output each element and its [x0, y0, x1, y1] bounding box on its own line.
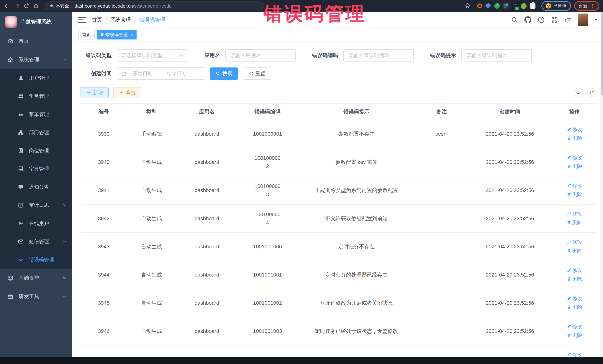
- hamburger-icon[interactable]: [78, 17, 86, 23]
- green-key-extension-icon[interactable]: [521, 3, 527, 9]
- paused-extension-badge[interactable]: 已暂停: [541, 1, 571, 11]
- dashboard-icon: [7, 38, 13, 44]
- app-name-input[interactable]: [225, 49, 296, 62]
- help-icon[interactable]: ?: [538, 16, 545, 23]
- start-date-input[interactable]: [128, 70, 157, 77]
- edit-link[interactable]: 修改: [567, 351, 582, 357]
- scrollbar-thumb[interactable]: [601, 12, 603, 95]
- edit-link[interactable]: 修改: [567, 294, 582, 302]
- cell-remark: [416, 317, 467, 345]
- sidebar-item-系统管理[interactable]: 系统管理: [0, 50, 72, 69]
- browser-reload-icon[interactable]: [23, 3, 30, 9]
- font-size-icon[interactable]: TT: [564, 16, 571, 23]
- notice-icon: [18, 184, 24, 190]
- github-icon[interactable]: [524, 16, 531, 23]
- sidebar-item-字典管理[interactable]: 字典管理: [0, 160, 72, 178]
- fullscreen-icon[interactable]: [551, 16, 558, 23]
- delete-link[interactable]: 删除: [567, 190, 582, 199]
- column-header: 应用名: [176, 104, 238, 120]
- list-on-extension-icon[interactable]: [512, 3, 518, 9]
- edit-link[interactable]: 修改: [567, 210, 582, 218]
- bookmark-star-icon[interactable]: [464, 3, 471, 9]
- scrollbar[interactable]: [600, 12, 603, 357]
- gear-icon: [7, 57, 13, 63]
- update-browser-button[interactable]: 更新 ⋮: [574, 1, 599, 11]
- sidebar-item-短信管理[interactable]: 短信管理: [0, 232, 72, 251]
- delete-link[interactable]: 删除: [567, 331, 582, 339]
- delete-link[interactable]: 删除: [567, 303, 582, 311]
- code-icon: </>: [18, 257, 24, 263]
- sidebar-item-岗位管理[interactable]: 岗位管理: [0, 142, 72, 160]
- reset-button[interactable]: 重置: [243, 67, 271, 80]
- refresh-table-button[interactable]: [587, 88, 596, 97]
- chevron-down-icon[interactable]: [594, 19, 598, 21]
- security-chip[interactable]: 不安全: [49, 3, 69, 9]
- breadcrumb-home[interactable]: 首页: [92, 16, 102, 23]
- delete-link[interactable]: 删除: [567, 162, 582, 170]
- breadcrumb-system[interactable]: 系统管理: [110, 16, 131, 23]
- sidebar-item-label: 系统管理: [19, 56, 62, 63]
- orange-ring-extension-icon[interactable]: [477, 3, 482, 8]
- sidebar-item-首页[interactable]: 首页: [0, 32, 72, 50]
- close-icon[interactable]: ×: [130, 32, 133, 37]
- cell-actions: 修改删除: [553, 345, 596, 357]
- add-button[interactable]: 新增: [81, 87, 109, 98]
- dict-icon: [18, 166, 24, 172]
- delete-link[interactable]: 删除: [567, 275, 582, 283]
- address-bar[interactable]: 不安全 dashboard.yudao.iocoder.cn/system/er…: [45, 1, 264, 10]
- delete-link[interactable]: 删除: [567, 134, 582, 142]
- sidebar-item-通知公告[interactable]: 通知公告: [0, 178, 72, 196]
- delete-link[interactable]: 删除: [567, 219, 582, 227]
- chevron-up-icon: [62, 57, 67, 62]
- tiles-extension-icon[interactable]: [503, 3, 509, 9]
- cell-type: 手动编辑: [127, 120, 176, 148]
- puzzle-extension-icon[interactable]: [530, 3, 535, 9]
- end-date-input[interactable]: [163, 70, 191, 77]
- green-check-extension-icon[interactable]: [494, 3, 500, 9]
- browser-forward-icon[interactable]: [13, 3, 20, 9]
- app-logo[interactable]: 芋道管理系统: [0, 12, 72, 32]
- browser-back-icon[interactable]: [4, 3, 10, 9]
- menu-icon: [18, 111, 24, 117]
- browser-home-icon[interactable]: [33, 3, 39, 9]
- sidebar-item-用户管理[interactable]: 用户管理: [0, 69, 72, 87]
- cell-code: 1001000001: [238, 120, 297, 148]
- edit-link[interactable]: 修改: [567, 238, 582, 246]
- avatar[interactable]: [578, 13, 588, 26]
- sidebar-item-错误码管理[interactable]: </>错误码管理: [0, 251, 72, 269]
- cell-code: 1001001002: [238, 289, 297, 317]
- delete-link[interactable]: 删除: [567, 247, 582, 255]
- error-code-input[interactable]: [343, 49, 414, 62]
- show-search-button[interactable]: [574, 88, 583, 97]
- cell-actions: 修改删除: [553, 317, 596, 345]
- edit-link[interactable]: 修改: [567, 125, 582, 133]
- edit-link[interactable]: 修改: [567, 154, 582, 162]
- sidebar-item-研发工具[interactable]: 研发工具: [0, 287, 72, 306]
- sidebar-item-基础设施[interactable]: 基础设施: [0, 269, 72, 287]
- tab-首页[interactable]: 首页: [78, 30, 95, 39]
- emoji-face-icon: [546, 3, 551, 9]
- sidebar-item-角色管理[interactable]: 角色管理: [0, 87, 72, 105]
- cell-actions: 修改删除: [553, 148, 596, 176]
- sidebar-item-部门管理[interactable]: 部门管理: [0, 123, 72, 142]
- trash-icon: [567, 249, 571, 253]
- tab-错误码管理[interactable]: 错误码管理×: [97, 30, 137, 39]
- sidebar-item-在线用户[interactable]: 在线用户: [0, 214, 72, 232]
- search-icon[interactable]: [511, 16, 518, 23]
- sidebar-item-菜单管理[interactable]: 菜单管理: [0, 105, 72, 123]
- search-button[interactable]: 搜索: [210, 67, 238, 80]
- date-range-picker[interactable]: -: [117, 67, 206, 80]
- edit-link[interactable]: 修改: [567, 266, 582, 274]
- cell-code: 1001001003: [238, 317, 297, 345]
- dept-icon: [18, 130, 24, 135]
- edit-link[interactable]: 修改: [567, 182, 582, 190]
- cell-app: dashboard: [176, 120, 238, 148]
- error-msg-input[interactable]: [461, 49, 532, 62]
- edit-link[interactable]: 修改: [567, 322, 582, 331]
- blue-gem-extension-icon[interactable]: [485, 3, 491, 9]
- pencil-icon: [567, 268, 571, 272]
- export-button[interactable]: 导出: [113, 87, 141, 98]
- browser-menu-icon[interactable]: ⋮: [590, 4, 595, 8]
- sidebar-item-审计日志[interactable]: 审计日志: [0, 196, 72, 214]
- error-type-select[interactable]: 请选择错误码类型: [117, 49, 188, 62]
